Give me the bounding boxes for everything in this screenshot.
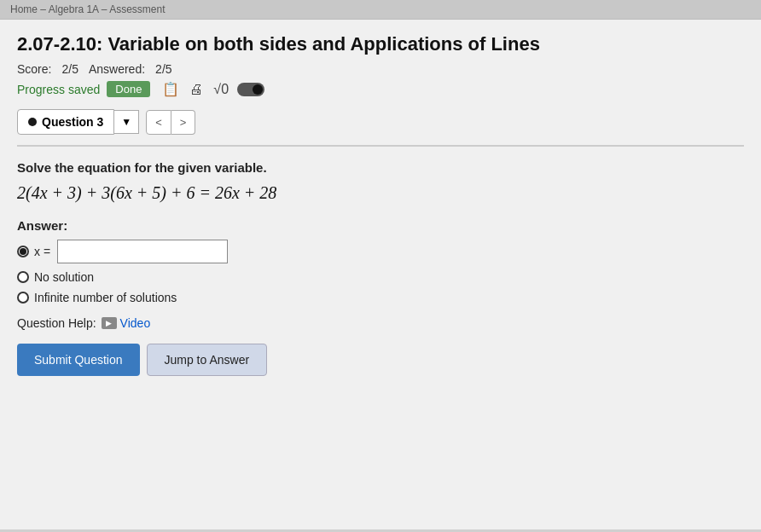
answer-label: Answer: bbox=[17, 218, 744, 233]
video-icon: ▶ bbox=[102, 317, 117, 329]
x-answer-row: x = bbox=[17, 240, 744, 263]
video-link[interactable]: ▶ Video bbox=[102, 316, 151, 330]
x-input[interactable] bbox=[57, 240, 228, 263]
breadcrumb: Home – Algebra 1A – Assessment bbox=[0, 0, 761, 20]
breadcrumb-sep1: – bbox=[40, 3, 48, 15]
no-solution-option[interactable]: No solution bbox=[17, 270, 94, 284]
answered-label: Answered: bbox=[89, 62, 145, 76]
nav-arrows: < > bbox=[146, 110, 195, 135]
print-icon[interactable]: 🖨 bbox=[188, 80, 205, 99]
question-selector[interactable]: Question 3 bbox=[17, 109, 114, 135]
question-help: Question Help: ▶ Video bbox=[17, 316, 744, 330]
notes-icon[interactable]: 📋 bbox=[160, 79, 181, 99]
answered-value: 2/5 bbox=[155, 62, 171, 76]
progress-row: Progress saved Done 📋 🖨 √0 bbox=[17, 79, 744, 99]
question-label: Question 3 bbox=[42, 115, 103, 129]
toolbar-icons: 📋 🖨 √0 bbox=[160, 79, 264, 99]
dark-mode-toggle[interactable] bbox=[237, 83, 264, 96]
action-buttons: Submit Question Jump to Answer bbox=[17, 344, 744, 376]
x-radio-button[interactable] bbox=[17, 246, 29, 257]
submit-question-button[interactable]: Submit Question bbox=[17, 344, 140, 376]
infinite-option[interactable]: Infinite number of solutions bbox=[17, 291, 177, 304]
infinite-label: Infinite number of solutions bbox=[34, 291, 177, 304]
next-question-button[interactable]: > bbox=[171, 110, 196, 135]
done-button[interactable]: Done bbox=[107, 81, 150, 97]
help-label: Question Help: bbox=[17, 316, 96, 330]
breadcrumb-home[interactable]: Home bbox=[10, 3, 38, 15]
breadcrumb-sep2: – bbox=[102, 3, 109, 15]
prev-question-button[interactable]: < bbox=[146, 110, 171, 135]
progress-label: Progress saved bbox=[17, 83, 100, 96]
radio-filled-dot bbox=[20, 248, 26, 255]
question-dropdown[interactable]: ▼ bbox=[114, 110, 139, 134]
x-label: x = bbox=[34, 245, 50, 258]
equation-display: 2(4x + 3) + 3(6x + 5) + 6 = 26x + 28 bbox=[17, 183, 744, 203]
infinite-radio[interactable] bbox=[17, 292, 29, 304]
breadcrumb-current: Assessment bbox=[109, 3, 165, 15]
score-label: Score: bbox=[17, 62, 51, 76]
score-value: 2/5 bbox=[61, 62, 78, 76]
answer-section: Answer: x = No solution Infinite number … bbox=[17, 218, 744, 304]
video-label: Video bbox=[120, 316, 151, 330]
score-row: Score: 2/5 Answered: 2/5 bbox=[17, 62, 744, 76]
no-solution-row: No solution bbox=[17, 270, 744, 284]
main-content: 2.07-2.10: Variable on both sides and Ap… bbox=[0, 20, 761, 529]
no-solution-label: No solution bbox=[34, 270, 94, 284]
jump-to-answer-button[interactable]: Jump to Answer bbox=[147, 344, 268, 376]
page-title: 2.07-2.10: Variable on both sides and Ap… bbox=[17, 33, 744, 55]
breadcrumb-algebra[interactable]: Algebra 1A bbox=[49, 3, 99, 15]
question-nav: Question 3 ▼ < > bbox=[17, 109, 744, 147]
no-solution-radio[interactable] bbox=[17, 271, 29, 283]
sqrt-icon[interactable]: √0 bbox=[212, 80, 230, 99]
question-prompt: Solve the equation for the given variabl… bbox=[17, 160, 744, 175]
infinite-solution-row: Infinite number of solutions bbox=[17, 291, 744, 304]
x-radio-option[interactable]: x = bbox=[17, 245, 50, 258]
question-dot bbox=[28, 118, 37, 126]
